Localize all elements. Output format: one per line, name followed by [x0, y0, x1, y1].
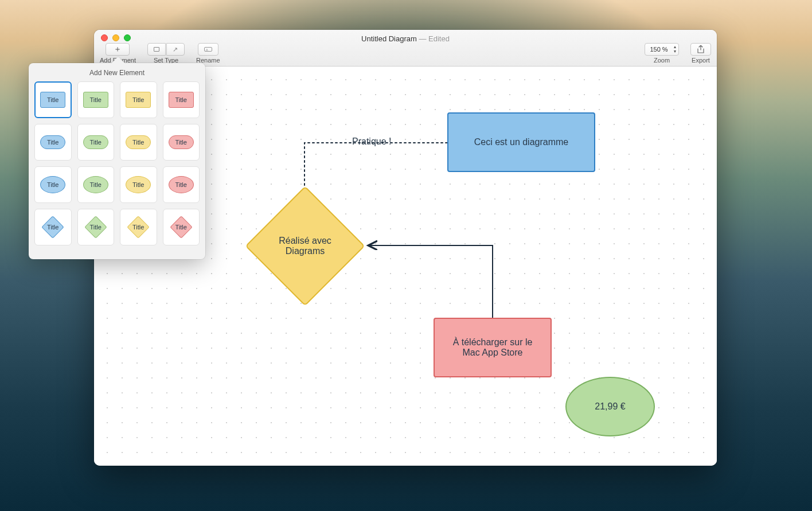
rect-icon: Title	[83, 92, 108, 108]
diagram-node-made-with[interactable]: Réalisé avec Diagrams	[245, 186, 365, 306]
plus-icon: ＋	[114, 44, 122, 54]
roundrect-icon: Title	[169, 135, 194, 149]
rename-icon: A	[204, 47, 212, 52]
node-label: Ceci est un diagramme	[474, 137, 569, 147]
shape-rect-yellow[interactable]: Title	[120, 81, 157, 118]
shape-diamond-yellow[interactable]: Title	[120, 209, 157, 245]
diagram-node-download[interactable]: À télécharger sur le Mac App Store	[434, 318, 552, 377]
document-title: Untitled Diagram	[361, 34, 417, 43]
shape-ellipse-green[interactable]: Title	[77, 166, 115, 203]
rename-button[interactable]: A	[198, 43, 218, 56]
popover-title: Add New Element	[29, 63, 205, 81]
roundrect-icon: Title	[126, 135, 151, 149]
export-button[interactable]	[690, 43, 711, 56]
zoom-group: 150 % ▴▾ Zoom	[645, 43, 679, 64]
ellipse-icon: Title	[126, 176, 151, 193]
rect-icon: Title	[126, 92, 151, 108]
shape-grid: Title Title Title Title Title Title Titl…	[29, 81, 205, 251]
rect-icon: Title	[169, 92, 194, 108]
stepper-icon: ▴▾	[674, 45, 676, 54]
shape-round-green[interactable]: Title	[77, 124, 115, 161]
diagram-node-this-is-diagram[interactable]: Ceci est un diagramme	[447, 112, 595, 172]
shape-ellipse-red[interactable]: Title	[163, 166, 200, 203]
node-label: À télécharger sur le Mac App Store	[446, 337, 539, 358]
zoom-value: 150 %	[650, 46, 667, 53]
export-group: Export	[690, 43, 711, 64]
zoom-label: Zoom	[654, 57, 670, 64]
rectangle-icon	[154, 47, 159, 52]
shape-round-yellow[interactable]: Title	[120, 124, 157, 161]
toolbar: ＋ Add Element ↗ Set Type	[94, 43, 717, 65]
shape-rect-red[interactable]: Title	[163, 81, 200, 118]
shape-round-blue[interactable]: Title	[34, 124, 72, 161]
shape-ellipse-yellow[interactable]: Title	[120, 166, 157, 203]
roundrect-icon: Title	[83, 135, 108, 149]
shape-diamond-blue[interactable]: Title	[34, 209, 72, 245]
rect-icon: Title	[40, 92, 65, 108]
edited-badge: — Edited	[417, 34, 450, 43]
arrow-icon: ↗	[173, 46, 178, 53]
set-type-arrow-button[interactable]: ↗	[166, 43, 185, 56]
ellipse-icon: Title	[83, 176, 108, 193]
shape-rect-blue[interactable]: Title	[34, 81, 72, 118]
ellipse-icon: Title	[169, 176, 194, 193]
set-type-group: ↗ Set Type	[147, 43, 185, 64]
set-type-rect-button[interactable]	[147, 43, 166, 56]
node-label: 21,99 €	[595, 401, 625, 412]
shape-round-red[interactable]: Title	[163, 124, 200, 161]
ellipse-icon: Title	[40, 176, 65, 193]
connector-label[interactable]: Pratique !	[352, 136, 391, 147]
diagram-node-price[interactable]: 21,99 €	[565, 377, 655, 436]
add-element-button[interactable]: ＋	[106, 43, 130, 56]
roundrect-icon: Title	[40, 135, 65, 149]
node-label: Réalisé avec Diagrams	[279, 236, 331, 256]
rename-group: A Rename	[196, 43, 220, 64]
titlebar: Untitled Diagram — Edited ＋ Add Element …	[94, 30, 717, 67]
zoom-select[interactable]: 150 % ▴▾	[645, 43, 679, 56]
shape-diamond-red[interactable]: Title	[163, 209, 200, 245]
shape-diamond-green[interactable]: Title	[77, 209, 115, 245]
export-label: Export	[692, 57, 710, 64]
share-icon	[697, 45, 704, 53]
shape-rect-green[interactable]: Title	[77, 81, 115, 118]
shape-ellipse-blue[interactable]: Title	[34, 166, 72, 203]
add-element-popover: Add New Element Title Title Title Title …	[29, 63, 205, 259]
window-title: Untitled Diagram — Edited	[94, 34, 717, 43]
